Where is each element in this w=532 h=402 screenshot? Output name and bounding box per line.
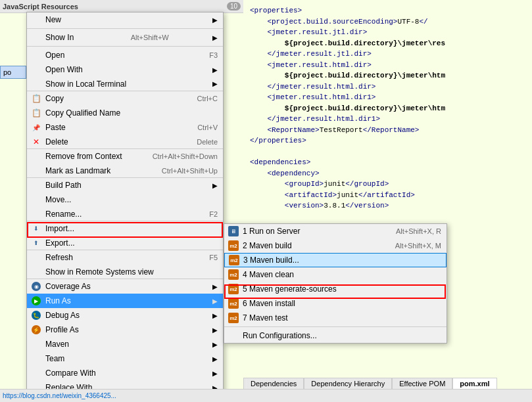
menu-item-move[interactable]: Move... [27,192,223,207]
menu-label: Rename... [45,210,82,219]
menu-label: Show In [45,33,74,42]
menu-item-run-as[interactable]: ▶ Run As ▶ [27,294,223,308]
menu-label: Refresh [45,253,73,262]
copy-qualified-icon: 📋 [31,108,41,118]
submenu-item-maven-clean[interactable]: m2 4 Maven clean [224,267,447,282]
m2-icon: m2 [228,313,239,323]
tab-effective-pom[interactable]: Effective POM [392,378,452,389]
submenu-label: 7 Maven test [243,313,288,323]
menu-label: Mark as Landmark [45,166,110,175]
menu-item-rename[interactable]: Rename... F2 [27,207,223,221]
submenu-label: 6 Maven install [243,299,295,308]
menu-label: Maven [45,340,69,349]
submenu-label: 2 Maven build [243,241,292,250]
export-icon: ⬆ [31,238,41,248]
item-count: 10 [227,2,241,11]
m2-icon: m2 [228,284,239,294]
code-line: <project.build.sourceEncoding>UTF-8</ [250,16,527,28]
menu-item-debug-as[interactable]: 🐛 Debug As ▶ [27,308,223,323]
shortcut: F2 [196,210,218,218]
menu-item-open-with[interactable]: Open With ▶ [27,62,223,77]
code-line: </jmeter.result.jtl.dir> [250,49,527,60]
menu-item-show-local-terminal[interactable]: Show in Local Terminal ▶ [27,77,223,91]
context-menu: New ▶ Show In Alt+Shift+W ▶ Open F3 Open… [26,12,224,402]
submenu-arrow: ▶ [212,370,218,377]
menu-item-mark-landmark[interactable]: Mark as Landmark Ctrl+Alt+Shift+Up [27,164,223,178]
menu-item-copy[interactable]: 📋 Copy Ctrl+C [27,91,223,106]
delete-icon: ✕ [31,137,41,147]
bottom-tabs: Dependencies Dependency Hierarchy Effect… [243,378,497,389]
menu-item-delete[interactable]: ✕ Delete Delete [27,135,223,149]
menu-item-compare-with[interactable]: Compare With ▶ [27,366,223,380]
m2-icon: m2 [228,240,239,251]
submenu-label: 4 Maven clean [243,270,294,279]
menu-label: Profile As [45,325,79,334]
import-icon: ⬇ [31,223,41,234]
menu-label: Delete [45,137,68,146]
menu-item-build-path[interactable]: Build Path ▶ [27,178,223,192]
menu-item-remove-from-context[interactable]: Remove from Context Ctrl+Alt+Shift+Down [27,149,223,164]
m2-icon: m2 [229,255,239,265]
menu-label: Copy [45,94,64,103]
code-line: <properties> [250,5,527,16]
shortcut: Alt+Shift+W [118,34,169,41]
menu-item-show-remote-systems[interactable]: Show in Remote Systems view [27,265,223,279]
shortcut: Ctrl+Alt+Shift+Down [139,152,218,160]
submenu-item-run-on-server[interactable]: 🖥 1 Run on Server Alt+Shift+X, R [224,224,447,238]
submenu-label: 5 Maven generate-sources [243,284,337,294]
poi-item[interactable]: po [0,66,26,79]
menu-item-copy-qualified-name[interactable]: 📋 Copy Qualified Name [27,106,223,120]
menu-item-refresh[interactable]: Refresh F5 [27,250,223,265]
menu-label: Open [45,51,64,60]
menu-label: Run As [45,296,71,305]
shortcut: Alt+Shift+X, M [395,242,441,250]
server-icon: 🖥 [228,226,239,236]
code-line [250,146,527,158]
poi-label: po [3,68,11,76]
menu-item-team[interactable]: Team ▶ [27,351,223,366]
submenu-item-maven-install[interactable]: m2 6 Maven install [224,296,447,311]
menu-label: New [45,15,61,24]
tab-dependency-hierarchy[interactable]: Dependency Hierarchy [304,378,392,389]
code-line: <dependency> [250,168,527,179]
submenu-arrow: ▶ [212,312,218,319]
menu-label: Coverage As [45,282,91,291]
menu-item-export[interactable]: ⬆ Export... [27,236,223,250]
submenu-arrow: ▶ [212,355,218,363]
menu-item-open[interactable]: Open F3 [27,48,223,62]
submenu-arrow: ▶ [212,182,218,189]
menu-label: Team [45,354,64,363]
menu-item-profile-as[interactable]: ⚡ Profile As ▶ [27,323,223,337]
menu-item-paste[interactable]: 📌 Paste Ctrl+V [27,120,223,135]
menu-item-maven[interactable]: Maven ▶ [27,337,223,351]
submenu-arrow: ▶ [212,16,218,24]
submenu-item-maven-test[interactable]: m2 7 Maven test [224,311,447,325]
code-line: ${project.build.directory}\jmeter\htm [250,70,527,81]
code-line: <dependencies> [250,157,527,168]
submenu-arrow: ▶ [212,66,218,74]
shortcut: Ctrl+C [184,95,218,102]
code-line: ${project.build.directory}\jmeter\htm [250,103,527,114]
menu-label: Copy Qualified Name [45,108,120,118]
shortcut: F3 [196,51,218,59]
submenu-item-maven-build-ellipsis[interactable]: m2 3 Maven build... [224,253,447,267]
shortcut: Alt+Shift+X, R [396,227,441,235]
submenu-item-run-configurations[interactable]: Run Configurations... [224,328,447,343]
menu-item-new[interactable]: New ▶ [27,12,223,27]
submenu-arrow: ▶ [212,80,218,87]
code-line: </jmeter.result.html.dir> [250,81,527,93]
menu-item-coverage-as[interactable]: ◉ Coverage As ▶ [27,279,223,294]
menu-divider [27,28,223,29]
menu-item-show-in[interactable]: Show In Alt+Shift+W ▶ [27,30,223,45]
submenu-item-maven-build[interactable]: m2 2 Maven build Alt+Shift+X, M [224,238,447,253]
submenu-arrow: ▶ [212,283,218,290]
tab-dependencies[interactable]: Dependencies [243,378,304,389]
shortcut: F5 [196,254,218,261]
shortcut: Ctrl+Alt+Shift+Up [149,167,218,175]
tab-pom-xml[interactable]: pom.xml [452,378,496,389]
submenu-item-maven-generate-sources[interactable]: m2 5 Maven generate-sources [224,282,447,296]
profile-icon: ⚡ [31,324,41,335]
submenu-label: 1 Run on Server [243,227,300,236]
menu-item-import[interactable]: ⬇ Import... [27,221,223,236]
submenu-arrow: ▶ [212,326,218,334]
